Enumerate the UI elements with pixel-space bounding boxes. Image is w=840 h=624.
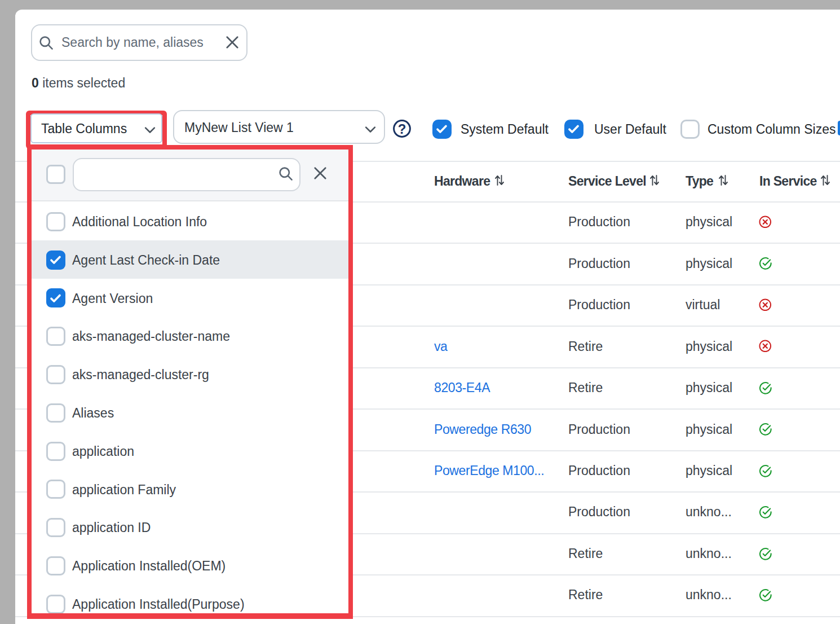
svg-text:?: ? [398,121,406,137]
